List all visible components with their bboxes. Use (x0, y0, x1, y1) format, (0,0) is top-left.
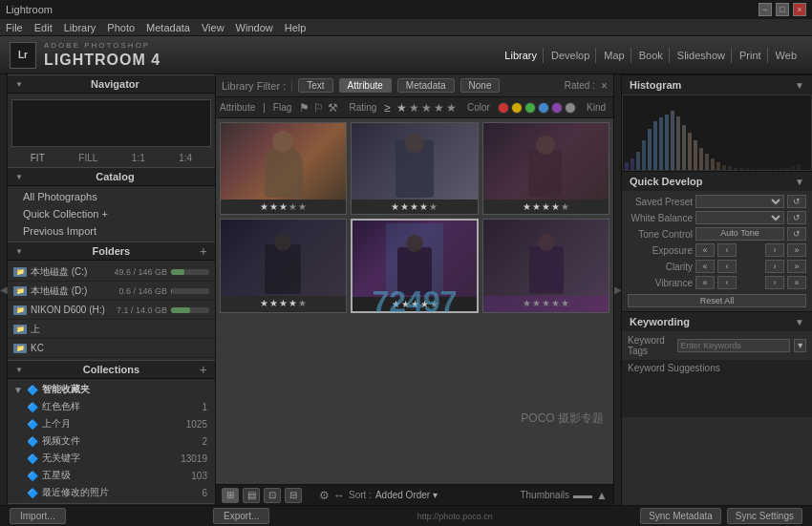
qd-tone-arrow[interactable]: ↺ (787, 227, 806, 241)
flag-rejected-btn[interactable]: ⚒ (328, 100, 338, 116)
photo-6[interactable]: ★ ★ ★ ★ ★ (482, 219, 609, 313)
collection-video[interactable]: 🔷 视频文件 2 (8, 432, 215, 450)
qd-exposure-plus[interactable]: › (765, 243, 784, 257)
photo-1[interactable]: ★ ★ ★ ★ ★ (220, 122, 347, 215)
folders-add[interactable]: + (200, 243, 207, 259)
filter-none-btn[interactable]: None (460, 78, 501, 93)
sync-settings-btn[interactable]: Sync Settings (727, 508, 802, 524)
qd-vibrance-plus[interactable]: › (765, 276, 784, 289)
view-loupe-btn[interactable]: ▤ (243, 488, 260, 503)
export-btn[interactable]: Export... (213, 508, 269, 524)
folder-d[interactable]: 📁 本地磁盘 (D:) 0.6 / 146 GB (8, 282, 215, 301)
qd-toggle[interactable]: ▼ (795, 177, 804, 187)
collections-add[interactable]: + (200, 362, 207, 377)
flag-all-btn[interactable]: ⚑ (299, 100, 310, 116)
qd-exposure-plus-plus[interactable]: » (787, 243, 806, 257)
nav-slideshow[interactable]: Slideshow (672, 48, 732, 63)
qd-vibrance-minus[interactable]: ‹ (717, 276, 737, 289)
view-compare-btn[interactable]: ⊡ (264, 488, 281, 503)
color-blue[interactable] (538, 102, 549, 114)
keyword-settings-btn[interactable]: ▼ (794, 339, 806, 352)
qd-vibrance-plus-plus[interactable]: » (787, 276, 806, 289)
filter-text-btn[interactable]: Text (298, 78, 332, 93)
maximize-btn[interactable]: □ (776, 3, 789, 16)
nav-print[interactable]: Print (734, 48, 768, 63)
star-3[interactable]: ★ (421, 101, 432, 115)
collections-smart-parent[interactable]: ▼ 🔷 智能收藏夹 (8, 381, 215, 398)
nav-fill[interactable]: FILL (78, 153, 97, 163)
photo-3[interactable]: ★ ★ ★ ★ ★ (482, 122, 609, 215)
close-btn[interactable]: × (793, 3, 806, 16)
menu-edit[interactable]: Edit (34, 22, 53, 33)
right-panel-handle[interactable]: ▶ (613, 74, 621, 505)
photo-2[interactable]: ★ ★ ★ ★ ★ (351, 122, 478, 215)
color-purple[interactable] (551, 102, 563, 114)
histogram-header[interactable]: Histogram ▼ (622, 75, 812, 95)
navigator-header[interactable]: ▼ Navigator (8, 74, 215, 94)
qd-wb-arrow[interactable]: ↺ (787, 211, 806, 224)
catalog-header[interactable]: ▼ Catalog (8, 167, 215, 186)
sort-value[interactable]: Added Order ▾ (375, 490, 438, 500)
qd-clarity-minus[interactable]: ‹ (717, 260, 737, 273)
qd-wb-select[interactable] (695, 211, 784, 224)
menu-window[interactable]: Window (236, 22, 273, 33)
qd-preset-select[interactable] (695, 195, 784, 208)
thumb-slider[interactable]: ▬▬ (573, 490, 592, 500)
thumb-toggle[interactable]: ▲ (596, 489, 608, 502)
qd-clarity-plus-plus[interactable]: » (787, 260, 806, 273)
star-4[interactable]: ★ (434, 101, 444, 115)
histogram-toggle[interactable]: ▼ (795, 80, 804, 91)
keyword-tags-input[interactable] (677, 339, 790, 352)
minimize-btn[interactable]: − (759, 3, 772, 16)
nav-fit[interactable]: FIT (31, 153, 45, 163)
catalog-quick-collection[interactable]: Quick Collection + (8, 205, 215, 222)
menu-view[interactable]: View (202, 22, 224, 33)
nav-library[interactable]: Library (499, 48, 544, 63)
color-gray[interactable] (565, 102, 576, 114)
photo-4[interactable]: ★ ★ ★ ★ ★ (220, 219, 347, 313)
quick-develop-header[interactable]: Quick Develop ▼ (622, 172, 812, 191)
flag-picked-btn[interactable]: ⚐ (313, 100, 324, 116)
menu-file[interactable]: File (6, 22, 23, 33)
keywording-toggle[interactable]: ▼ (795, 317, 804, 327)
keywording-header[interactable]: Keywording ▼ (622, 312, 812, 331)
folder-kc[interactable]: 📁 KC (8, 339, 215, 358)
photo-5[interactable]: ★ ★ ★ ★ ★ (351, 219, 480, 313)
folders-header[interactable]: ▼ Folders + (8, 242, 215, 261)
collection-nokeyword[interactable]: 🔷 无关键字 13019 (8, 450, 215, 467)
collection-red[interactable]: 🔷 红色色样 1 (8, 398, 215, 415)
qd-auto-tone-btn[interactable]: Auto Tone (695, 227, 784, 241)
color-red[interactable] (498, 102, 509, 114)
collection-lastmonth[interactable]: 🔷 上个月 1025 (8, 415, 215, 432)
star-1[interactable]: ★ (396, 101, 407, 115)
qd-exposure-minus-minus[interactable]: « (695, 243, 715, 257)
sync-meta-btn[interactable]: Sync Metadata (640, 508, 721, 524)
menu-library[interactable]: Library (64, 22, 96, 33)
qd-clarity-plus[interactable]: › (765, 260, 784, 273)
menu-photo[interactable]: Photo (107, 22, 135, 33)
qd-clarity-minus-minus[interactable]: « (695, 260, 715, 273)
folder-up[interactable]: 📁 上 (8, 320, 215, 339)
publish-header[interactable]: ▶ Publish Services + (8, 503, 215, 505)
menu-help[interactable]: Help (285, 22, 307, 33)
color-yellow[interactable] (511, 102, 523, 114)
view-grid-btn[interactable]: ⊞ (222, 488, 239, 503)
folder-c[interactable]: 📁 本地磁盘 (C:) 49.6 / 146 GB (8, 263, 215, 282)
qd-exposure-minus[interactable]: ‹ (717, 243, 737, 257)
nav-1-4[interactable]: 1:4 (179, 153, 192, 163)
nav-web[interactable]: Web (770, 48, 802, 63)
color-green[interactable] (524, 102, 536, 114)
import-btn[interactable]: Import... (10, 508, 66, 524)
filter-close-btn[interactable]: × (601, 79, 608, 93)
qd-preset-arrow[interactable]: ↺ (787, 195, 806, 208)
qd-vibrance-minus-minus[interactable]: « (695, 276, 715, 289)
view-survey-btn[interactable]: ⊟ (285, 488, 302, 503)
catalog-previous-import[interactable]: Previous Import (8, 222, 215, 240)
filter-attribute-btn[interactable]: Attribute (339, 78, 392, 93)
collection-recent[interactable]: 🔷 最近修改的照片 6 (8, 484, 215, 501)
catalog-all-photos[interactable]: All Photographs (8, 188, 215, 205)
collections-header[interactable]: ▼ Collections + (8, 360, 215, 379)
nav-1-1[interactable]: 1:1 (132, 153, 145, 163)
filter-metadata-btn[interactable]: Metadata (397, 78, 455, 93)
star-5[interactable]: ★ (446, 101, 457, 115)
